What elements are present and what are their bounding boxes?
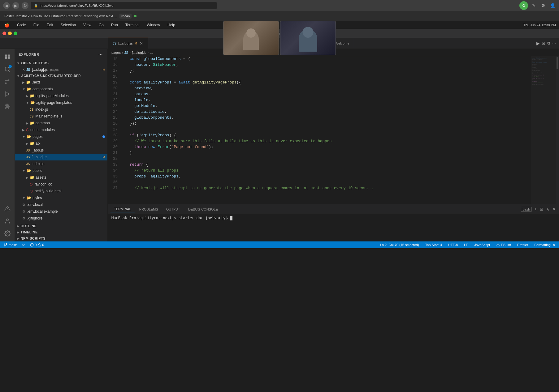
tree-item-pt-index[interactable]: JS index.js xyxy=(15,106,107,113)
tree-item-netlify[interactable]: ⬡ netlify-build.html xyxy=(15,188,107,194)
more-actions-icon[interactable]: ··· xyxy=(552,41,556,46)
tree-item-env-example[interactable]: ⚙ .env.local.example xyxy=(15,208,107,215)
section-npm-scripts[interactable]: ▶ NPM SCRIPTS xyxy=(15,235,107,241)
new-file-btn[interactable]: ··· xyxy=(98,51,104,58)
tree-item-slug-js[interactable]: JS [...slug].js M xyxy=(15,154,107,160)
terminal-tab-problems[interactable]: PROBLEMS xyxy=(136,206,162,212)
activity-run-debug[interactable] xyxy=(2,88,13,100)
code-editor[interactable]: 15 16 17 18 19 20 21 22 23 24 25 26 27 2… xyxy=(108,56,559,204)
terminal-close-btn[interactable]: ✕ xyxy=(552,206,557,212)
menu-help[interactable]: Help xyxy=(166,22,176,28)
tree-item-env-local[interactable]: ⚙ .env.local xyxy=(15,201,107,208)
breadcrumb-ellipsis[interactable]: ... xyxy=(150,51,153,54)
tree-item-node-modules[interactable]: ▶ ⬡ node_modules xyxy=(15,126,107,133)
tree-item-page-templates[interactable]: ▼ 📂 agility-pageTemplates xyxy=(15,99,107,106)
forward-button[interactable]: ▶ xyxy=(12,2,19,9)
minimize-window-btn[interactable] xyxy=(8,32,12,35)
back-button[interactable]: ◀ xyxy=(3,2,10,9)
url-bar[interactable]: 🔒 https://event.demio.com/join/zFvSpRtUX… xyxy=(31,2,217,9)
tab-close-btn[interactable]: ✕ xyxy=(139,41,144,46)
layout-icon[interactable]: ⧉ xyxy=(547,40,550,46)
status-formatting[interactable]: Formatting: ✕ xyxy=(533,241,557,248)
activity-search[interactable]: 1 xyxy=(2,64,13,75)
code-line-34: // return all props xyxy=(125,168,531,174)
menu-edit[interactable]: Edit xyxy=(46,22,54,28)
activity-settings[interactable] xyxy=(2,228,13,239)
section-timeline[interactable]: ▶ TIMELINE xyxy=(15,229,107,235)
activity-account[interactable] xyxy=(2,215,13,227)
tree-item-next[interactable]: ▶ 📁 .next xyxy=(15,79,107,86)
activity-extensions[interactable] xyxy=(2,101,13,112)
folder-icon-page-modules: 📁 xyxy=(30,94,34,98)
status-eslint[interactable]: ESLint xyxy=(495,241,512,248)
status-tab-size[interactable]: Tab Size: 4 xyxy=(424,241,443,248)
section-outline[interactable]: ▶ OUTLINE xyxy=(15,223,107,229)
scrollbar-thumb[interactable] xyxy=(557,57,558,69)
menu-go[interactable]: Go xyxy=(98,22,105,28)
close-window-btn[interactable] xyxy=(2,32,6,35)
status-errors-item[interactable]: 0 0 xyxy=(29,241,45,248)
tree-item-public[interactable]: ▼ 📂 public xyxy=(15,167,107,174)
close-editor-icon[interactable]: ✕ xyxy=(22,68,25,72)
tree-item-main-template[interactable]: JS MainTemplate.js xyxy=(15,113,107,120)
open-editor-item-slug[interactable]: ✕ JS [...slug].js pages M xyxy=(15,66,107,73)
menu-run[interactable]: Run xyxy=(110,22,119,28)
tab-welcome-label: Welcome xyxy=(335,41,349,45)
tree-item-assets[interactable]: ▶ 📁 assets xyxy=(15,174,107,181)
breadcrumb-slug[interactable]: [...slug].js xyxy=(132,51,146,54)
folder-icon-common: 📁 xyxy=(30,121,34,125)
edit-icon[interactable]: ✎ xyxy=(531,2,537,9)
settings-icon[interactable]: ⚙ xyxy=(540,2,547,9)
menu-terminal[interactable]: Terminal xyxy=(124,22,141,28)
tree-item-gitignore[interactable]: ⚙ .gitignore xyxy=(15,215,107,222)
menu-file[interactable]: File xyxy=(32,22,41,28)
scrollbar-v[interactable] xyxy=(556,56,559,204)
section-project[interactable]: ▼ AGILITYCMS-NEXTJS-STARTER-DPR xyxy=(15,73,107,79)
terminal-tab-terminal[interactable]: TERMINAL xyxy=(110,206,135,212)
apple-menu[interactable]: 🍎 xyxy=(3,22,11,28)
tree-item-app-js[interactable]: JS _app.js xyxy=(15,147,107,154)
status-line-ending[interactable]: LF xyxy=(463,241,469,248)
terminal-tab-debug[interactable]: DEBUG CONSOLE xyxy=(184,206,222,212)
activity-explorer[interactable] xyxy=(2,51,13,62)
tree-item-pages[interactable]: ▼ 📂 pages xyxy=(15,133,107,140)
item-gitignore-label: .gitignore xyxy=(27,216,42,220)
terminal-content[interactable]: MacBook-Pro:agilitycms-nextjs-starter-dp… xyxy=(108,214,559,241)
profile-icon[interactable]: 👤 xyxy=(549,2,556,9)
activity-alerts[interactable] xyxy=(2,203,13,214)
section-open-editors[interactable]: ▼ OPEN EDITORS xyxy=(15,60,107,66)
status-position[interactable]: Ln 2, Col 70 (15 selected) xyxy=(379,241,420,248)
menu-selection[interactable]: Selection xyxy=(59,22,77,28)
status-prettier[interactable]: Prettier xyxy=(516,241,529,248)
status-sync-item[interactable]: ⟳ xyxy=(21,241,26,248)
tree-item-components[interactable]: ▼ 📂 components xyxy=(15,86,107,92)
maximize-window-btn[interactable] xyxy=(14,32,17,35)
tree-item-common[interactable]: ▶ 📁 common xyxy=(15,120,107,126)
user-avatar[interactable]: G xyxy=(519,1,528,10)
run-icon[interactable]: ▶ xyxy=(536,41,540,46)
item-page-modules-label: agility-pageModules xyxy=(36,94,69,98)
split-editor-icon[interactable]: ⊡ xyxy=(542,41,545,46)
activity-source-control[interactable] xyxy=(2,76,13,87)
code-lines[interactable]: const globalComponents = { header: SiteH… xyxy=(120,56,531,204)
tree-item-page-modules[interactable]: ▶ 📁 agility-pageModules xyxy=(15,92,107,99)
tree-item-styles[interactable]: ▼ 📂 styles xyxy=(15,194,107,201)
tree-item-favicon[interactable]: ⬡ favicon.ico xyxy=(15,181,107,188)
terminal-add-btn[interactable]: + xyxy=(534,206,537,212)
tree-item-api[interactable]: ▶ 📁 api xyxy=(15,140,107,147)
terminal-tab-output[interactable]: OUTPUT xyxy=(162,206,184,212)
terminal-maximize-btn[interactable]: ∧ xyxy=(546,206,550,212)
breadcrumb-js[interactable]: JS xyxy=(124,51,128,54)
terminal-split-btn[interactable]: ⊡ xyxy=(539,206,544,212)
menu-view[interactable]: View xyxy=(82,22,93,28)
status-language[interactable]: JavaScript xyxy=(473,241,491,248)
status-encoding[interactable]: UTF-8 xyxy=(447,241,459,248)
tree-item-pages-index[interactable]: JS index.js xyxy=(15,160,107,167)
status-branch-item[interactable]: main* xyxy=(2,241,19,248)
menu-code[interactable]: Code xyxy=(16,22,27,28)
branch-icon xyxy=(4,243,7,247)
tab-slug-js[interactable]: JS [...slug].js M ✕ xyxy=(108,38,148,49)
reload-button[interactable]: ↻ xyxy=(22,2,28,9)
breadcrumb-pages[interactable]: pages xyxy=(111,51,121,54)
menu-window[interactable]: Window xyxy=(145,22,161,28)
